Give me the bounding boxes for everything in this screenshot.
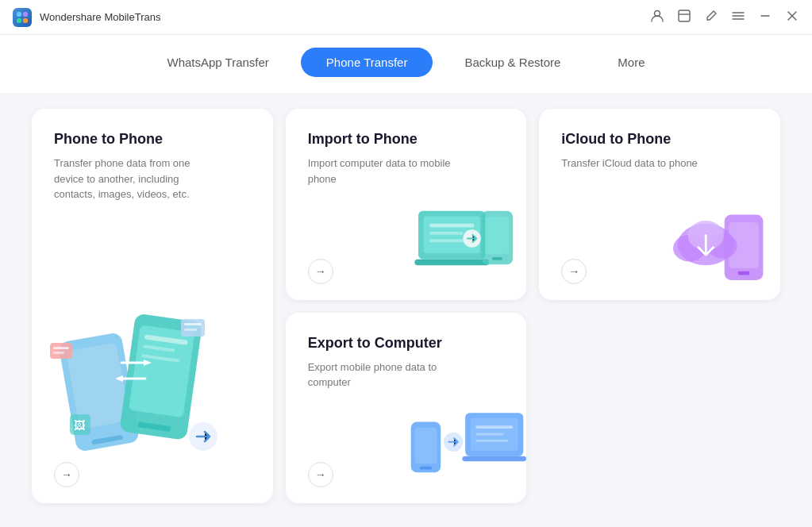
card-import-content: Import to Phone Import computer data to … — [308, 131, 505, 187]
card-import-desc: Import computer data to mobile phone — [308, 156, 467, 187]
card-export-title: Export to Computer — [308, 335, 505, 352]
svg-rect-5 — [679, 10, 690, 21]
svg-rect-42 — [492, 256, 502, 260]
profile-icon[interactable] — [650, 9, 664, 25]
titlebar: Wondershare MobileTrans — [0, 0, 812, 35]
card-import-title: Import to Phone — [308, 131, 505, 148]
svg-rect-3 — [23, 18, 28, 23]
svg-rect-52 — [415, 428, 437, 464]
card-icloud-to-phone[interactable]: iCloud to Phone Transfer iCloud data to … — [539, 109, 780, 300]
import-illustration — [407, 197, 526, 292]
card-export-to-computer[interactable]: Export to Computer Export mobile phone d… — [286, 313, 527, 504]
tab-more[interactable]: More — [592, 48, 670, 77]
svg-rect-26 — [53, 352, 64, 354]
card-icloud-title: iCloud to Phone — [561, 131, 758, 148]
svg-rect-60 — [476, 440, 509, 442]
card-phone-to-phone-content: Phone to Phone Transfer phone data from … — [54, 131, 251, 202]
nav-bar: WhatsApp Transfer Phone Transfer Backup … — [0, 35, 812, 93]
card-phone-to-phone-desc: Transfer phone data from one device to a… — [54, 156, 213, 202]
svg-rect-58 — [476, 425, 514, 429]
svg-rect-59 — [476, 433, 505, 436]
tab-whatsapp[interactable]: WhatsApp Transfer — [141, 48, 294, 77]
svg-rect-28 — [184, 323, 202, 325]
card-import-to-phone[interactable]: Import to Phone Import computer data to … — [286, 109, 527, 300]
card-export-desc: Export mobile phone data to computer — [308, 360, 467, 390]
card-export-arrow[interactable]: → — [308, 462, 333, 487]
svg-rect-35 — [415, 259, 490, 265]
card-icloud-arrow[interactable]: → — [561, 259, 587, 284]
svg-rect-45 — [738, 271, 750, 275]
tab-phone[interactable]: Phone Transfer — [301, 48, 433, 77]
titlebar-controls — [650, 9, 799, 25]
card-icloud-content: iCloud to Phone Transfer iCloud data to … — [561, 131, 758, 171]
titlebar-left: Wondershare MobileTrans — [13, 8, 160, 27]
svg-text:🖼: 🖼 — [74, 419, 85, 432]
card-export-content: Export to Computer Export mobile phone d… — [308, 335, 505, 390]
minimize-icon[interactable] — [758, 9, 772, 25]
svg-rect-38 — [429, 239, 468, 242]
svg-rect-24 — [50, 343, 72, 359]
svg-rect-37 — [429, 232, 463, 235]
svg-rect-41 — [486, 217, 510, 254]
menu-icon[interactable] — [731, 9, 745, 25]
card-phone-to-phone[interactable]: Phone to Phone Transfer phone data from … — [32, 109, 273, 503]
tab-backup[interactable]: Backup & Restore — [439, 48, 586, 77]
card-phone-to-phone-title: Phone to Phone — [54, 131, 251, 148]
window-icon[interactable] — [677, 9, 691, 25]
export-illustration — [407, 404, 526, 499]
svg-rect-0 — [17, 12, 21, 17]
svg-rect-53 — [420, 467, 432, 470]
svg-rect-57 — [463, 456, 527, 462]
card-icloud-desc: Transfer iCloud data to phone — [561, 156, 720, 171]
svg-rect-29 — [184, 329, 197, 331]
icloud-illustration — [661, 197, 780, 292]
card-import-arrow[interactable]: → — [308, 259, 333, 284]
svg-rect-25 — [53, 347, 69, 349]
close-icon[interactable] — [785, 9, 799, 25]
main-content: Phone to Phone Transfer phone data from … — [0, 93, 812, 527]
svg-rect-36 — [429, 223, 474, 227]
svg-rect-27 — [181, 319, 205, 337]
svg-rect-1 — [23, 12, 28, 17]
edit-icon[interactable] — [704, 9, 718, 25]
app-title: Wondershare MobileTrans — [40, 11, 160, 23]
svg-rect-2 — [17, 18, 21, 23]
app-icon — [13, 8, 32, 27]
